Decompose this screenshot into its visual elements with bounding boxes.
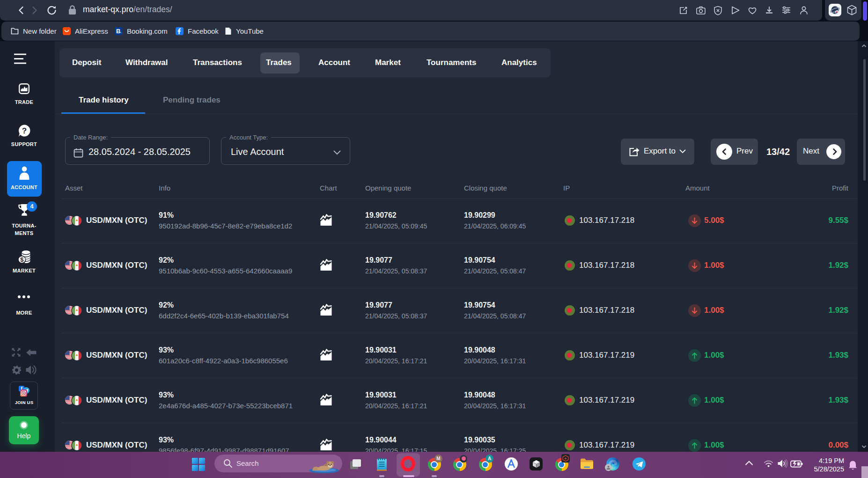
svg-text:?: ?	[22, 126, 27, 135]
svg-text:$: $	[20, 256, 24, 263]
